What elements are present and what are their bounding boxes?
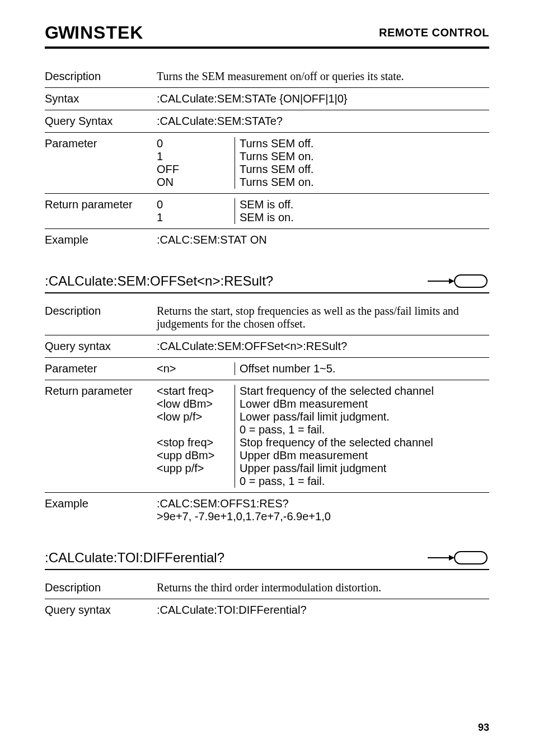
query-syntax-text: :CALCulate:TOI:DIFFerential? (157, 604, 489, 617)
syntax-row: Syntax :CALCulate:SEM:STATe {ON|OFF|1|0} (45, 88, 489, 110)
query-syntax-row: Query Syntax :CALCulate:SEM:STATe? (45, 110, 489, 133)
example-line: :CALC:SEM:OFFS1:RES? (157, 497, 489, 510)
page-header: GWINSTEK REMOTE CONTROL (45, 22, 489, 49)
param-key (157, 423, 235, 436)
param-key: ON (157, 176, 235, 189)
description-label: Description (45, 305, 157, 330)
param-table: <start freq>Start frequency of the selec… (157, 385, 489, 488)
svg-rect-2 (455, 275, 487, 287)
description-text: Turns the SEM measurement on/off or quer… (157, 70, 489, 83)
param-key: 1 (157, 150, 235, 163)
parameter-row: Parameter <n>Offset number 1~5. (45, 358, 489, 380)
command-name: :CALCulate:SEM:OFFSet<n>:RESult? (45, 273, 273, 289)
query-arrow-icon (428, 273, 489, 289)
param-val: Upper pass/fail limit judgment (235, 462, 489, 475)
query-syntax-label: Query Syntax (45, 115, 157, 128)
logo-rest: INSTEK (74, 22, 143, 43)
param-val: 0 = pass, 1 = fail. (235, 423, 489, 436)
description-row: Description Turns the SEM measurement on… (45, 66, 489, 88)
example-row: Example :CALC:SEM:STAT ON (45, 229, 489, 251)
example-line: >9e+7, -7.9e+1,0,1.7e+7,-6.9e+1,0 (157, 510, 489, 523)
section-sem-offset-result: Description Returns the start, stop freq… (45, 300, 489, 528)
parameter-content: <n>Offset number 1~5. (157, 362, 489, 375)
parameter-row: Parameter 0Turns SEM off. 1Turns SEM on.… (45, 133, 489, 194)
command-heading: :CALCulate:TOI:DIFFerential? (45, 550, 489, 570)
description-label: Description (45, 581, 157, 594)
param-val: Start frequency of the selected channel (235, 385, 489, 398)
param-val: Upper dBm measurement (235, 449, 489, 462)
query-syntax-row: Query syntax :CALCulate:TOI:DIFFerential… (45, 599, 489, 621)
param-key: <upp p/f> (157, 462, 235, 475)
param-table: 0SEM is off. 1SEM is on. (157, 198, 489, 224)
param-key (157, 475, 235, 488)
logo: GWINSTEK (45, 22, 143, 43)
page-number: 93 (478, 722, 489, 734)
query-syntax-label: Query syntax (45, 604, 157, 617)
example-content: :CALC:SEM:OFFS1:RES? >9e+7, -7.9e+1,0,1.… (157, 497, 489, 523)
command-name: :CALCulate:TOI:DIFFerential? (45, 550, 224, 566)
param-key: <stop freq> (157, 436, 235, 449)
return-parameter-row: Return parameter 0SEM is off. 1SEM is on… (45, 194, 489, 229)
description-text: Returns the start, stop frequencies as w… (157, 305, 489, 330)
svg-marker-4 (449, 555, 455, 561)
param-key: 0 (157, 137, 235, 150)
return-parameter-row: Return parameter <start freq>Start frequ… (45, 380, 489, 493)
return-parameter-label: Return parameter (45, 385, 157, 488)
svg-rect-5 (455, 552, 487, 564)
section-sem-state: Description Turns the SEM measurement on… (45, 66, 489, 251)
parameter-label: Parameter (45, 137, 157, 189)
param-key: <start freq> (157, 385, 235, 398)
parameter-content: 0Turns SEM off. 1Turns SEM on. OFFTurns … (157, 137, 489, 189)
param-val: 0 = pass, 1 = fail. (235, 475, 489, 488)
parameter-label: Parameter (45, 362, 157, 375)
syntax-text: :CALCulate:SEM:STATe {ON|OFF|1|0} (157, 92, 489, 105)
param-val: Turns SEM off. (235, 163, 489, 176)
example-label: Example (45, 497, 157, 523)
description-row: Description Returns the third order inte… (45, 577, 489, 599)
description-text: Returns the third order intermodulation … (157, 581, 489, 594)
query-syntax-label: Query syntax (45, 340, 157, 353)
param-val: Offset number 1~5. (235, 362, 489, 375)
param-key: 1 (157, 211, 235, 224)
param-val: Lower pass/fail limit judgment. (235, 410, 489, 423)
return-parameter-label: Return parameter (45, 198, 157, 224)
param-key: <upp dBm> (157, 449, 235, 462)
description-label: Description (45, 70, 157, 83)
description-row: Description Returns the start, stop freq… (45, 300, 489, 335)
example-text: :CALC:SEM:STAT ON (157, 234, 489, 246)
query-syntax-text: :CALCulate:SEM:STATe? (157, 115, 489, 128)
param-key: OFF (157, 163, 235, 176)
param-val: Turns SEM on. (235, 176, 489, 189)
param-val: Lower dBm measurement (235, 398, 489, 410)
return-parameter-content: <start freq>Start frequency of the selec… (157, 385, 489, 488)
param-val: Turns SEM off. (235, 137, 489, 150)
svg-marker-1 (449, 278, 455, 284)
section-toi-differential: Description Returns the third order inte… (45, 577, 489, 621)
page-title: REMOTE CONTROL (379, 26, 489, 39)
param-table: 0Turns SEM off. 1Turns SEM on. OFFTurns … (157, 137, 489, 189)
param-val: Turns SEM on. (235, 150, 489, 163)
syntax-label: Syntax (45, 92, 157, 105)
query-arrow-icon (428, 550, 489, 566)
param-val: SEM is on. (235, 211, 489, 224)
param-val: SEM is off. (235, 198, 489, 211)
return-parameter-content: 0SEM is off. 1SEM is on. (157, 198, 489, 224)
param-key: <n> (157, 362, 235, 375)
param-key: <low dBm> (157, 398, 235, 410)
logo-gw: GW (45, 22, 74, 43)
param-key: <low p/f> (157, 410, 235, 423)
param-table: <n>Offset number 1~5. (157, 362, 489, 375)
command-heading: :CALCulate:SEM:OFFSet<n>:RESult? (45, 273, 489, 293)
param-key: 0 (157, 198, 235, 211)
query-syntax-text: :CALCulate:SEM:OFFSet<n>:RESult? (157, 340, 489, 353)
example-row: Example :CALC:SEM:OFFS1:RES? >9e+7, -7.9… (45, 493, 489, 528)
param-val: Stop frequency of the selected channel (235, 436, 489, 449)
query-syntax-row: Query syntax :CALCulate:SEM:OFFSet<n>:RE… (45, 335, 489, 358)
example-label: Example (45, 234, 157, 246)
